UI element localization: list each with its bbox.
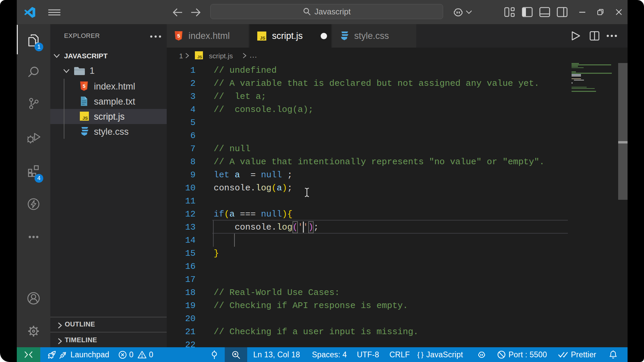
svg-text:5: 5: [177, 33, 180, 39]
svg-text:JS: JS: [197, 55, 202, 59]
svg-text:5: 5: [83, 83, 85, 89]
svg-text:JS: JS: [83, 116, 88, 121]
svg-text:JS: JS: [260, 36, 265, 41]
